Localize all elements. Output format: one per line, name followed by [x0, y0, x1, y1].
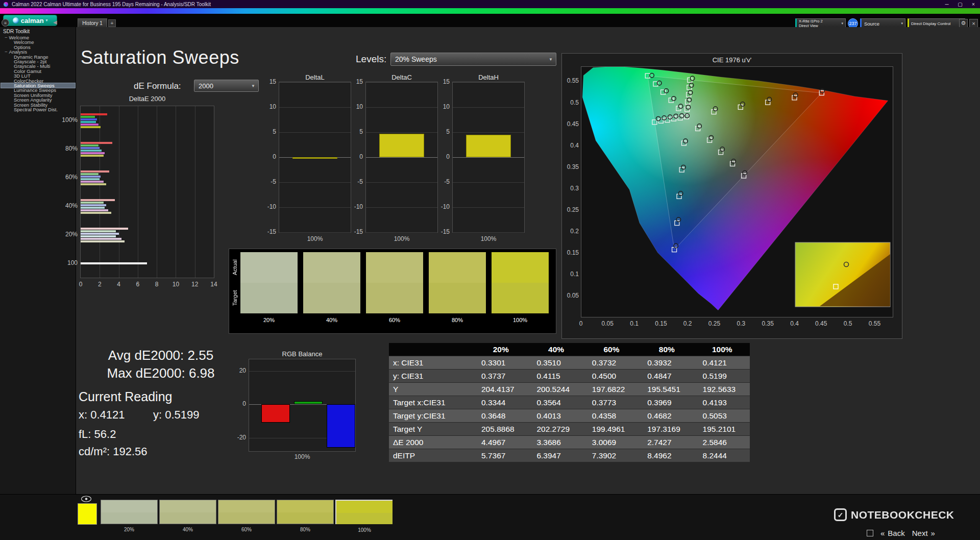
- color-preview-patch[interactable]: [78, 503, 97, 525]
- table-cell: 0.4847: [639, 370, 694, 382]
- measured-point: [743, 170, 747, 175]
- add-tab-button[interactable]: +: [108, 19, 116, 27]
- measured-point: [731, 159, 736, 163]
- table-cell: 195.2101: [695, 423, 750, 435]
- cie-x-tick: 0.1: [626, 320, 643, 327]
- sidebar-item-color-gamut[interactable]: Color Gamut: [1, 69, 75, 73]
- workflow-close-button[interactable]: ×: [969, 19, 978, 28]
- x-tick-label: 12: [189, 281, 201, 288]
- de-bar: [81, 181, 104, 183]
- gridline: [453, 207, 524, 208]
- table-cell: 0.3344: [473, 396, 528, 409]
- back-button[interactable]: « Back: [880, 529, 905, 537]
- x-tick-label: 10: [169, 281, 182, 288]
- y-tick-label: -10: [435, 203, 450, 210]
- maximize-button[interactable]: ▢: [953, 2, 967, 7]
- watermark-text: NOTEBOOKCHECK: [851, 509, 954, 521]
- gridline: [453, 232, 524, 233]
- measured-point: [678, 104, 682, 108]
- calman-logo-button[interactable]: calman ▾: [3, 15, 57, 26]
- table-row-label: x: CIE31: [389, 356, 473, 369]
- cie-y-tick: 0.35: [559, 163, 579, 170]
- table-row-label: dEITP: [389, 449, 473, 462]
- deltal-chart-title: DeltaL: [279, 73, 351, 81]
- max-de-stat: Max dE2000: 6.98: [77, 365, 245, 381]
- check-icon: ✓: [834, 508, 847, 521]
- gridline: [279, 107, 351, 108]
- collapse-icon[interactable]: −: [5, 49, 8, 55]
- thumbnail-20%[interactable]: 20%: [101, 500, 158, 524]
- de-bar: [81, 233, 119, 235]
- table-row: Y204.4137200.5244197.6822195.5451192.563…: [389, 383, 750, 396]
- cie-y-tick: 0.15: [559, 249, 579, 256]
- thumbnail-40%[interactable]: 40%: [159, 500, 216, 524]
- next-button[interactable]: Next »: [912, 529, 935, 537]
- sidebar-item-welcome[interactable]: Welcome: [1, 40, 75, 44]
- sidebar-menu-button[interactable]: ≡: [2, 19, 9, 27]
- minimize-button[interactable]: ─: [940, 2, 953, 7]
- swatch-actual-20%: [240, 252, 298, 283]
- de-formula-dropdown[interactable]: 2000 ▼: [194, 80, 259, 92]
- actual-label: Actual: [231, 252, 238, 283]
- de-bar: [81, 230, 116, 232]
- table-column-header: 20%: [473, 343, 528, 356]
- table-row-label: y: CIE31: [389, 370, 473, 382]
- x-tick-label: 6: [132, 281, 144, 288]
- table-cell: 0.4682: [639, 409, 694, 422]
- table-cell: 6.3947: [528, 449, 583, 462]
- de-bar: [81, 240, 125, 242]
- table-row: Target x:CIE310.33440.35640.37730.39690.…: [389, 396, 750, 409]
- cie-y-tick: 0.4: [559, 142, 579, 149]
- thumbnail-label: 40%: [160, 527, 216, 532]
- table-row-label: ΔE 2000: [389, 436, 473, 449]
- tab-history-1[interactable]: History 1: [78, 18, 107, 27]
- close-button[interactable]: ×: [967, 2, 980, 7]
- table-cell: 7.3902: [584, 449, 639, 462]
- cie-x-tick: 0.15: [653, 320, 669, 327]
- measured-point: [713, 107, 717, 111]
- de-bar: [81, 176, 101, 178]
- collapse-icon[interactable]: −: [5, 35, 8, 40]
- sidebar-item-spectral-power-dist[interactable]: Spectral Power Dist.: [1, 107, 75, 112]
- gridline: [279, 207, 351, 208]
- swatch-label: 20%: [240, 317, 298, 323]
- de-bar: [81, 209, 108, 211]
- table-corner-cell: [389, 343, 473, 356]
- cie-y-tick: 0.3: [559, 185, 579, 192]
- y-tick-label: 10: [349, 103, 363, 110]
- settings-button[interactable]: ⚙: [959, 19, 968, 28]
- levels-dropdown[interactable]: 20% Sweeps ▼: [390, 53, 556, 66]
- swatch-target-40%: [303, 283, 360, 313]
- sidebar-item-welcome[interactable]: −Welcome: [1, 35, 75, 40]
- window-restore-icon[interactable]: [867, 530, 873, 536]
- swatch-target-100%: [492, 283, 549, 313]
- de-bar: [81, 173, 99, 175]
- deltah-chart-title: DeltaH: [452, 73, 525, 81]
- cie-x-tick: 0.3: [733, 320, 749, 327]
- measured-point: [678, 191, 682, 195]
- measured-point: [657, 81, 662, 85]
- chevron-down-icon: ▾: [899, 21, 905, 26]
- sidebar-collapse-icon[interactable]: ◀: [53, 19, 57, 25]
- gridline: [279, 82, 351, 83]
- swatch-actual-100%: [492, 252, 549, 283]
- thumb-top: [160, 500, 216, 512]
- de-bar: [81, 238, 121, 240]
- sidebar-tree: −WelcomeWelcomeOptions−AnalysisDynamic R…: [1, 35, 75, 112]
- table-row: Target Y205.8868202.2729199.4961197.3169…: [389, 423, 750, 435]
- thumb-bottom: [277, 512, 333, 524]
- de-bar: [81, 126, 101, 128]
- y-tick-label: 100: [52, 259, 78, 266]
- x-tick-label: 8: [151, 281, 163, 288]
- thumbnail-60%[interactable]: 60%: [218, 500, 275, 524]
- table-cell: 0.4013: [528, 409, 583, 422]
- thumbnail-80%[interactable]: 80%: [277, 500, 334, 524]
- source-label: Source: [864, 21, 879, 27]
- table-cell: 0.3773: [584, 396, 639, 409]
- de-bar: [81, 170, 109, 173]
- table-cell: 2.7427: [639, 436, 694, 449]
- deltah-x-label: 100%: [452, 235, 525, 242]
- thumbnail-100%[interactable]: 100%: [335, 500, 393, 524]
- thumb-bottom: [160, 512, 216, 524]
- x-tick-label: 2: [93, 281, 106, 288]
